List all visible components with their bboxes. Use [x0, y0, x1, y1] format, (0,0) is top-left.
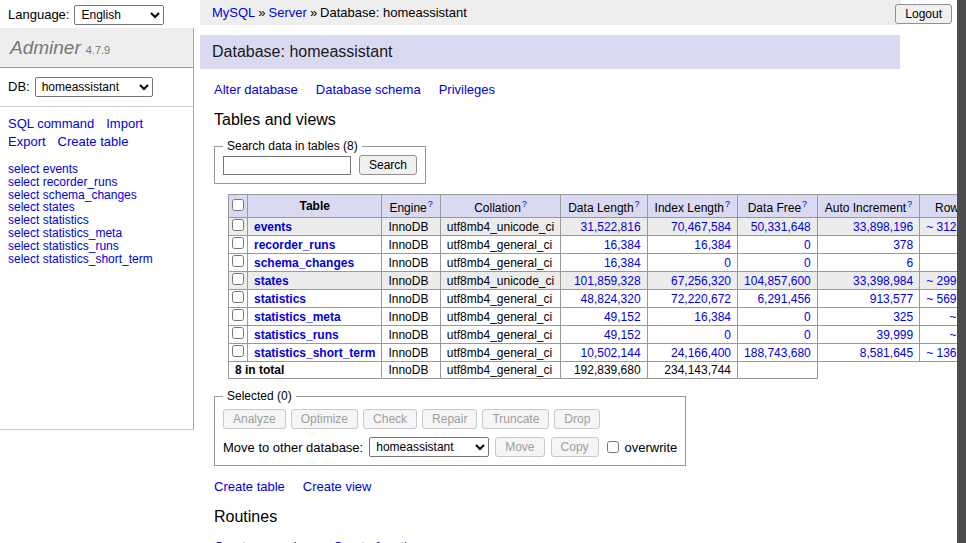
create-table-link[interactable]: Create table: [214, 479, 285, 494]
move-button[interactable]: Move: [495, 437, 544, 457]
help-link[interactable]: ?: [522, 199, 527, 209]
index-length-link[interactable]: 0: [724, 328, 731, 342]
auto-increment-link[interactable]: 378: [893, 238, 913, 252]
collation-cell: utf8mb4_general_ci: [440, 254, 560, 272]
table-row-states: statesInnoDButf8mb4_unicode_ci101,859,32…: [229, 272, 966, 290]
alter-database-link[interactable]: Alter database: [214, 82, 298, 97]
export-link[interactable]: Export: [8, 134, 46, 149]
table-link-statistics-short-term[interactable]: statistics_short_term: [254, 346, 375, 360]
index-length-link[interactable]: 70,467,584: [671, 220, 731, 234]
help-link[interactable]: ?: [802, 199, 807, 209]
sidebar-actions: SQL commandImport ExportCreate table: [0, 107, 193, 154]
data-free-link[interactable]: 6,291,456: [757, 292, 810, 306]
search-legend: Search data in tables (8): [223, 139, 362, 153]
scrollbar-thumb[interactable]: [957, 0, 966, 543]
repair-button[interactable]: Repair: [422, 409, 477, 429]
index-length-link[interactable]: 72,220,672: [671, 292, 731, 306]
sidebar-actions-line2: ExportCreate table: [8, 134, 185, 149]
row-checkbox[interactable]: [232, 291, 244, 303]
optimize-button[interactable]: Optimize: [291, 409, 358, 429]
data-free-link[interactable]: 104,857,600: [744, 274, 811, 288]
help-link[interactable]: ?: [725, 199, 730, 209]
data-length-link[interactable]: 10,502,144: [581, 346, 641, 360]
auto-increment-link[interactable]: 39,999: [876, 328, 913, 342]
help-link[interactable]: ?: [907, 199, 912, 209]
collation-cell: utf8mb4_general_ci: [440, 236, 560, 254]
check-button[interactable]: Check: [363, 409, 417, 429]
table-link-statistics-meta[interactable]: statistics_meta: [254, 310, 341, 324]
search-input[interactable]: [223, 156, 351, 175]
data-free-link[interactable]: 0: [804, 256, 811, 270]
auto-increment-link[interactable]: 913,577: [870, 292, 913, 306]
create-function-link[interactable]: Create function: [333, 539, 421, 543]
adminer-logo[interactable]: Adminer: [10, 37, 81, 58]
data-length-cell: 16,384: [561, 254, 647, 272]
index-length-link[interactable]: 0: [724, 256, 731, 270]
move-db-select[interactable]: homeassistant: [369, 437, 489, 457]
data-free-link[interactable]: 0: [804, 310, 811, 324]
sql-command-link[interactable]: SQL command: [8, 116, 94, 131]
table-link-events[interactable]: events: [254, 220, 292, 234]
table-link-schema-changes[interactable]: schema_changes: [254, 256, 354, 270]
import-link[interactable]: Import: [106, 116, 143, 131]
auto-increment-link[interactable]: 6: [906, 256, 913, 270]
row-check-cell: [229, 326, 248, 344]
row-checkbox[interactable]: [232, 327, 244, 339]
index-length-cell: 0: [647, 254, 737, 272]
data-length-link[interactable]: 16,384: [604, 238, 641, 252]
index-length-link[interactable]: 67,256,320: [671, 274, 731, 288]
index-length-link[interactable]: 16,384: [694, 238, 731, 252]
data-free-link[interactable]: 0: [804, 328, 811, 342]
table-name-cell: states: [248, 272, 382, 290]
table-link-recorder-runs[interactable]: recorder_runs: [254, 238, 335, 252]
auto-increment-link[interactable]: 33,398,984: [853, 274, 913, 288]
data-length-link[interactable]: 31,522,816: [581, 220, 641, 234]
database-schema-link[interactable]: Database schema: [316, 82, 421, 97]
auto-increment-link[interactable]: 33,898,196: [853, 220, 913, 234]
table-link-states[interactable]: states: [254, 274, 289, 288]
logout-button[interactable]: Logout: [895, 4, 952, 24]
engine-cell: InnoDB: [382, 254, 440, 272]
column-header-data-length: Data Length?: [561, 195, 647, 218]
truncate-button[interactable]: Truncate: [482, 409, 549, 429]
search-button[interactable]: Search: [359, 155, 417, 175]
select-statistics-short-term-link[interactable]: select: [8, 252, 39, 266]
overwrite-checkbox[interactable]: [607, 441, 619, 453]
create-view-link[interactable]: Create view: [303, 479, 372, 494]
data-free-link[interactable]: 188,743,680: [744, 346, 811, 360]
select-all-checkbox[interactable]: [232, 199, 244, 211]
data-length-link[interactable]: 49,152: [604, 310, 641, 324]
index-length-link[interactable]: 16,384: [694, 310, 731, 324]
db-select[interactable]: homeassistant: [35, 77, 153, 97]
language-select[interactable]: English: [74, 5, 164, 25]
row-checkbox[interactable]: [232, 219, 244, 231]
table-statistics-short-term-link[interactable]: statistics_short_term: [43, 252, 153, 266]
index-length-link[interactable]: 24,166,400: [671, 346, 731, 360]
row-checkbox[interactable]: [232, 237, 244, 249]
table-link-statistics-runs[interactable]: statistics_runs: [254, 328, 339, 342]
data-length-link[interactable]: 101,859,328: [574, 274, 641, 288]
row-checkbox[interactable]: [232, 309, 244, 321]
help-link[interactable]: ?: [635, 199, 640, 209]
privileges-link[interactable]: Privileges: [439, 82, 495, 97]
breadcrumb-mysql-link[interactable]: MySQL: [212, 5, 255, 20]
copy-button[interactable]: Copy: [551, 437, 599, 457]
breadcrumb-server-link[interactable]: Server: [269, 5, 307, 20]
data-free-link[interactable]: 0: [804, 238, 811, 252]
scrollbar[interactable]: [957, 0, 966, 543]
data-length-link[interactable]: 16,384: [604, 256, 641, 270]
data-free-link[interactable]: 50,331,648: [751, 220, 811, 234]
drop-button[interactable]: Drop: [554, 409, 600, 429]
row-checkbox[interactable]: [232, 273, 244, 285]
row-checkbox[interactable]: [232, 345, 244, 357]
create-procedure-link[interactable]: Create procedure: [214, 539, 315, 543]
data-length-link[interactable]: 48,824,320: [581, 292, 641, 306]
row-checkbox[interactable]: [232, 255, 244, 267]
auto-increment-link[interactable]: 8,581,645: [860, 346, 913, 360]
data-length-link[interactable]: 49,152: [604, 328, 641, 342]
analyze-button[interactable]: Analyze: [223, 409, 286, 429]
table-link-statistics[interactable]: statistics: [254, 292, 306, 306]
help-link[interactable]: ?: [428, 199, 433, 209]
create-table-sidebar-link[interactable]: Create table: [58, 134, 129, 149]
auto-increment-link[interactable]: 325: [893, 310, 913, 324]
